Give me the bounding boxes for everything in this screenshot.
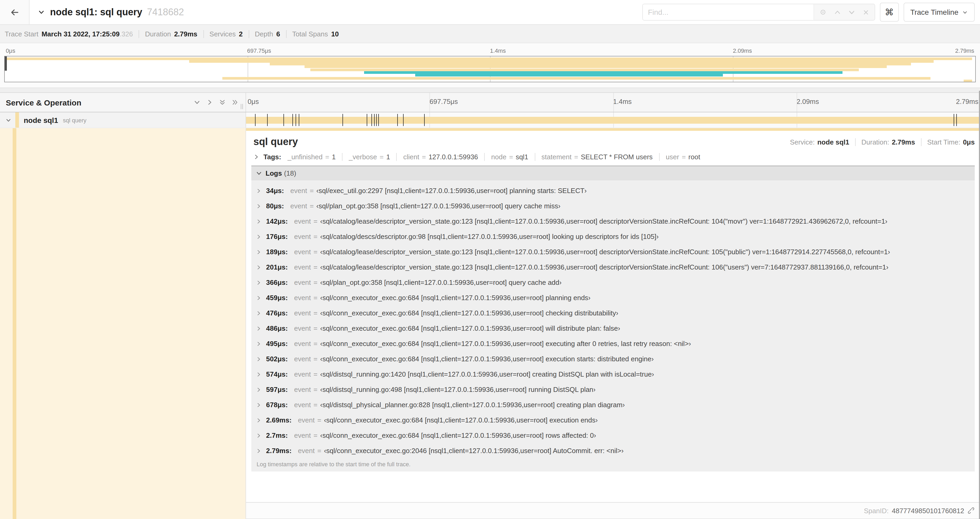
log-entry[interactable]: 2.7ms event ‹sql/conn_executor_exec.go:6…	[251, 428, 975, 443]
log-event-tick	[403, 114, 404, 126]
log-entry[interactable]: 495μs event ‹sql/conn_executor_exec.go:6…	[251, 336, 975, 351]
log-timestamp: 502μs	[266, 355, 288, 363]
log-event-tick	[283, 114, 284, 126]
clear-icon[interactable]	[862, 9, 869, 16]
collapse-one-icon[interactable]	[194, 99, 200, 105]
chevron-down-icon[interactable]	[5, 117, 11, 123]
service-operation-title: Service & Operation	[6, 98, 194, 107]
log-equals	[313, 324, 317, 332]
find-controls	[813, 4, 874, 20]
log-timestamp: 34μs	[266, 187, 284, 195]
chevron-right-icon[interactable]	[253, 154, 259, 160]
chevron-right-icon[interactable]	[256, 249, 261, 254]
log-entry[interactable]: 502μs event ‹sql/conn_executor_exec.go:6…	[251, 351, 975, 367]
chevron-right-icon[interactable]	[256, 341, 261, 346]
log-entry[interactable]: 597μs event ‹sql/distsql_running.go:498 …	[251, 382, 975, 397]
chevron-down-icon[interactable]	[848, 9, 855, 16]
tag-value: 127.0.0.1:59936	[429, 153, 478, 161]
log-field-value: ‹sql/catalog/lease/descriptor_version_st…	[320, 263, 888, 271]
chevron-down-icon[interactable]	[37, 9, 45, 15]
log-entry[interactable]: 366μs event ‹sql/plan_opt.go:358 [nsql1,…	[251, 275, 975, 290]
logs-section: Logs (18) 34μs event ‹sql/exec_util.go:2…	[251, 166, 975, 471]
log-equals	[317, 447, 321, 455]
log-field-key: event	[290, 187, 307, 195]
log-entry[interactable]: 201μs event ‹sql/catalog/lease/descripto…	[251, 260, 975, 275]
find-input[interactable]	[643, 4, 813, 20]
info-label: Duration	[145, 30, 171, 38]
target-icon[interactable]	[819, 8, 826, 16]
collapse-all-icon[interactable]	[219, 99, 226, 105]
tags-row[interactable]: Tags: _unfinished 1 _verbose 1	[246, 150, 980, 166]
log-field-key: event	[294, 248, 311, 256]
log-entry[interactable]: 2.79ms event ‹sql/conn_executor_exec.go:…	[251, 443, 975, 458]
info-value: March 31 2022, 17:25:09	[41, 30, 119, 38]
chevron-right-icon[interactable]	[256, 280, 261, 285]
back-button[interactable]	[0, 0, 30, 24]
chevron-right-icon[interactable]	[256, 387, 261, 392]
tag-key: user	[666, 153, 679, 161]
log-field-key: event	[298, 416, 315, 424]
log-entry[interactable]: 574μs event ‹sql/distsql_running.go:1420…	[251, 367, 975, 382]
log-timestamp: 678μs	[266, 401, 288, 409]
log-entry[interactable]: 678μs event ‹sql/distsql_physical_planne…	[251, 397, 975, 412]
chevron-down-icon	[962, 10, 968, 14]
log-entry[interactable]: 189μs event ‹sql/catalog/lease/descripto…	[251, 244, 975, 260]
link-icon[interactable]	[967, 507, 975, 514]
info-value: 2	[239, 30, 243, 38]
chevron-right-icon[interactable]	[256, 326, 261, 331]
log-field-key: event	[294, 278, 311, 286]
chevron-right-icon[interactable]	[256, 295, 261, 300]
span-row-label-cell[interactable]: node sql1 sql query	[0, 112, 246, 128]
keyboard-shortcuts-button[interactable]: ⌘	[880, 3, 899, 22]
detail-meta: Service: node sql1 Duration: 2.79ms Star…	[790, 138, 975, 146]
detail-span-title: sql query	[253, 136, 790, 148]
chevron-right-icon[interactable]	[256, 402, 261, 407]
chevron-right-icon[interactable]	[256, 188, 261, 193]
log-timestamp: 486μs	[266, 324, 288, 332]
log-timestamp: 2.69ms	[266, 416, 292, 424]
chevron-right-icon[interactable]	[256, 203, 261, 209]
log-field-key: event	[294, 355, 311, 363]
log-entry[interactable]: 80μs event ‹sql/plan_opt.go:358 [nsql1,c…	[251, 198, 975, 214]
chevron-right-icon[interactable]	[256, 219, 261, 224]
chevron-right-icon[interactable]	[256, 417, 261, 423]
minimap-scrubber-handle[interactable]	[5, 56, 7, 71]
expand-one-icon[interactable]	[207, 99, 213, 105]
chevron-right-icon[interactable]	[256, 234, 261, 239]
chevron-right-icon[interactable]	[256, 265, 261, 270]
log-field-value: ‹sql/conn_executor_exec.go:684 [nsql1,cl…	[320, 294, 590, 302]
log-field-value: ‹sql/conn_executor_exec.go:684 [nsql1,cl…	[320, 355, 654, 363]
log-field-key: event	[294, 324, 311, 332]
gridline	[797, 93, 797, 112]
logs-header[interactable]: Logs (18)	[251, 166, 975, 180]
chevron-up-icon[interactable]	[834, 9, 841, 16]
column-resizer-grip[interactable]	[241, 104, 243, 109]
log-entry[interactable]: 34μs event ‹sql/exec_util.go:2297 [nsql1…	[251, 183, 975, 198]
expand-all-icon[interactable]	[232, 99, 238, 105]
chevron-right-icon[interactable]	[256, 448, 261, 454]
info-value: 10	[331, 30, 339, 38]
minimap-span	[222, 77, 931, 79]
view-selector-button[interactable]: Trace Timeline	[903, 3, 975, 22]
log-entry[interactable]: 2.69ms event ‹sql/conn_executor_exec.go:…	[251, 412, 975, 428]
chevron-right-icon[interactable]	[256, 310, 261, 316]
span-id-label: SpanID:	[864, 506, 889, 514]
log-event-tick	[378, 114, 379, 126]
span-row[interactable]: node sql1 sql query	[0, 112, 980, 128]
meta-label: Service:	[790, 138, 815, 146]
log-event-tick	[376, 114, 377, 126]
log-timestamp: 366μs	[266, 278, 288, 286]
log-entry[interactable]: 476μs event ‹sql/conn_executor_exec.go:6…	[251, 305, 975, 321]
log-entry[interactable]: 459μs event ‹sql/conn_executor_exec.go:6…	[251, 290, 975, 305]
chevron-right-icon[interactable]	[256, 433, 261, 438]
minimap-canvas[interactable]	[4, 56, 976, 82]
meta-value: 0μs	[963, 138, 975, 146]
chevron-right-icon[interactable]	[256, 372, 261, 377]
log-entry[interactable]: 142μs event ‹sql/catalog/lease/descripto…	[251, 214, 975, 229]
span-bar-cell[interactable]	[246, 112, 980, 128]
chevron-right-icon[interactable]	[256, 356, 261, 362]
log-entry[interactable]: 176μs event ‹sql/catalog/descs/descripto…	[251, 229, 975, 244]
log-equals	[313, 278, 317, 286]
log-entry[interactable]: 486μs event ‹sql/conn_executor_exec.go:6…	[251, 321, 975, 336]
scrollbar[interactable]	[979, 91, 980, 519]
